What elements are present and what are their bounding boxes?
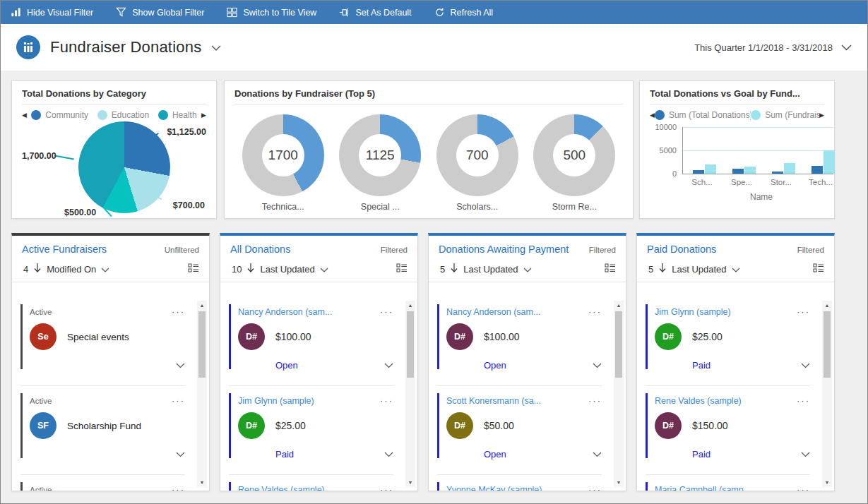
sort-descending-icon[interactable] [658, 263, 667, 275]
scroll-down-icon[interactable]: ▼ [822, 478, 832, 487]
card-title[interactable]: Active Fundraisers [22, 244, 107, 255]
legend-item-education[interactable]: Education [97, 110, 149, 120]
scrollbar-thumb[interactable] [407, 311, 414, 378]
show-global-filter-button[interactable]: Show Global Filter [116, 7, 204, 18]
sort-field-label[interactable]: Last Updated [260, 264, 314, 275]
list-view-icon[interactable] [188, 263, 199, 275]
scroll-up-icon[interactable]: ▲ [614, 301, 624, 310]
legend-prev-icon[interactable]: ◀ [650, 112, 655, 119]
record-link[interactable]: Rene Valdes (sample) [655, 396, 742, 406]
scroll-up-icon[interactable]: ▲ [405, 301, 415, 310]
list-view-icon[interactable] [813, 263, 824, 275]
more-options-icon[interactable]: ··· [588, 484, 602, 491]
record-link[interactable]: Rene Valdes (sample) [238, 485, 325, 491]
record-link[interactable]: Jim Glynn (sample) [655, 307, 731, 317]
sort-field-chevron-icon[interactable] [523, 264, 532, 275]
card-scrollbar[interactable]: ▲ ▼ [197, 301, 207, 487]
donut-graphic[interactable]: 700 [436, 114, 518, 196]
bar-fundraising-goal[interactable] [824, 150, 835, 174]
donut-graphic[interactable]: 1700 [242, 114, 324, 196]
list-item[interactable]: Scott Konersmann (sa... ··· D# $50.00 Op… [437, 391, 602, 475]
donut-graphic[interactable]: 500 [533, 114, 615, 196]
scroll-down-icon[interactable]: ▼ [614, 478, 624, 487]
more-options-icon[interactable]: ··· [797, 306, 810, 317]
more-options-icon[interactable]: ··· [588, 306, 602, 317]
scrollbar-thumb[interactable] [198, 311, 206, 378]
hide-visual-filter-button[interactable]: Hide Visual Filter [11, 7, 93, 18]
sort-field-label[interactable]: Last Updated [463, 264, 518, 275]
legend-next-icon[interactable]: ▶ [819, 112, 824, 119]
card-scrollbar[interactable]: ▲ ▼ [822, 301, 832, 487]
record-link[interactable]: Maria Campbell (samp... [655, 485, 751, 491]
more-options-icon[interactable]: ··· [380, 484, 393, 491]
set-as-default-button[interactable]: Set As Default [339, 7, 411, 18]
bar-total-donations[interactable] [811, 166, 823, 174]
record-link[interactable]: Jim Glynn (sample) [238, 396, 314, 406]
more-options-icon[interactable]: ··· [588, 395, 602, 406]
dashboard-selector-chevron-icon[interactable] [211, 41, 221, 54]
bar-total-donations[interactable] [732, 169, 744, 174]
legend-item-total-donations[interactable]: Sum (Total Donations) [655, 110, 751, 120]
list-view-icon[interactable] [605, 263, 616, 275]
expand-chevron-icon[interactable] [593, 359, 602, 371]
bar-fundraising-goal[interactable] [705, 164, 716, 174]
scrollbar-thumb[interactable] [615, 311, 622, 378]
more-options-icon[interactable]: ··· [172, 484, 185, 491]
record-link[interactable]: Scott Konersmann (sa... [446, 396, 541, 406]
sort-field-chevron-icon[interactable] [101, 264, 109, 275]
sort-descending-icon[interactable] [33, 263, 42, 275]
scroll-down-icon[interactable]: ▼ [405, 478, 415, 487]
bar-fundraising-goal[interactable] [784, 163, 795, 174]
list-item[interactable]: Jim Glynn (sample) ··· D# $25.00 Paid [229, 391, 393, 475]
legend-item-health[interactable]: Health [158, 110, 197, 120]
sort-descending-icon[interactable] [246, 263, 255, 275]
legend-item-fundraising-goal[interactable]: Sum (Fundrais [751, 110, 819, 120]
list-item[interactable]: Jim Glynn (sample) ··· D# $25.00 Paid [646, 302, 810, 386]
more-options-icon[interactable]: ··· [797, 395, 810, 406]
scroll-down-icon[interactable]: ▼ [197, 478, 207, 487]
list-view-icon[interactable] [396, 263, 408, 275]
expand-chevron-icon[interactable] [384, 448, 393, 460]
pie-graphic[interactable] [78, 121, 170, 213]
expand-chevron-icon[interactable] [176, 448, 185, 460]
more-options-icon[interactable]: ··· [172, 395, 185, 406]
donut-graphic[interactable]: 1125 [339, 114, 421, 196]
card-scrollbar[interactable]: ▲ ▼ [405, 301, 415, 487]
refresh-all-button[interactable]: Refresh All [434, 7, 493, 18]
more-options-icon[interactable]: ··· [380, 395, 393, 406]
card-title[interactable]: All Donations [230, 244, 290, 255]
sort-field-label[interactable]: Last Updated [672, 264, 726, 275]
bar-total-donations[interactable] [772, 172, 783, 174]
record-link[interactable]: Nancy Anderson (sam... [446, 307, 540, 317]
card-scrollbar[interactable]: ▲ ▼ [614, 301, 624, 487]
card-title[interactable]: Donations Awaiting Payment [439, 244, 569, 255]
expand-chevron-icon[interactable] [176, 359, 185, 371]
legend-prev-icon[interactable]: ◀ [22, 112, 27, 119]
more-options-icon[interactable]: ··· [797, 484, 810, 491]
list-item[interactable]: Nancy Anderson (sam... ··· D# $100.00 Op… [229, 302, 393, 386]
legend-next-icon[interactable]: ▶ [201, 112, 206, 119]
expand-chevron-icon[interactable] [384, 359, 393, 371]
legend-item-community[interactable]: Community [31, 110, 88, 120]
card-title[interactable]: Paid Donations [647, 244, 716, 255]
sort-descending-icon[interactable] [450, 263, 458, 275]
record-link[interactable]: Yvonne McKay (sample) [446, 485, 542, 491]
scroll-up-icon[interactable]: ▲ [197, 301, 207, 310]
sort-field-chevron-icon[interactable] [320, 264, 328, 275]
sort-field-label[interactable]: Modified On [47, 264, 96, 275]
record-link[interactable]: Nancy Anderson (sam... [238, 307, 332, 317]
sort-field-chevron-icon[interactable] [732, 264, 740, 275]
list-item[interactable]: Rene Valdes (sample) ··· [229, 480, 393, 491]
scroll-up-icon[interactable]: ▲ [822, 301, 832, 310]
list-item[interactable]: Active ··· [20, 480, 185, 491]
list-item[interactable]: Yvonne McKay (sample) ··· [437, 480, 602, 491]
scrollbar-thumb[interactable] [824, 311, 831, 378]
time-range-selector[interactable]: This Quarter 1/1/2018 - 3/31/2018 [694, 42, 852, 53]
list-item[interactable]: Nancy Anderson (sam... ··· D# $100.00 Op… [437, 302, 602, 386]
more-options-icon[interactable]: ··· [172, 306, 185, 317]
expand-chevron-icon[interactable] [801, 359, 810, 371]
more-options-icon[interactable]: ··· [380, 306, 393, 317]
expand-chevron-icon[interactable] [593, 448, 602, 460]
list-item[interactable]: Active ··· SF Scholarship Fund [20, 391, 185, 475]
bar-fundraising-goal[interactable] [744, 167, 756, 174]
